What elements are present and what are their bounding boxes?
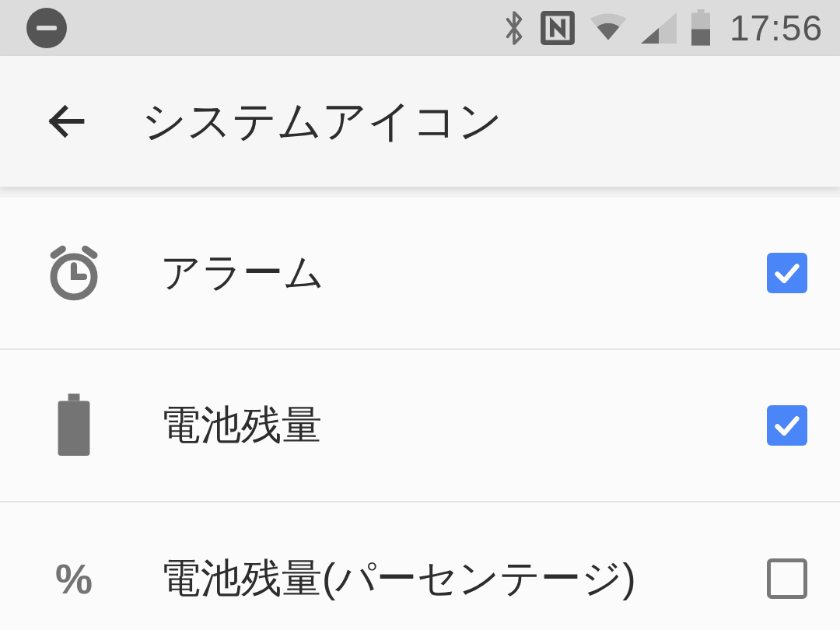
cellular-signal-icon xyxy=(641,12,677,44)
row-battery[interactable]: 電池残量 xyxy=(0,350,840,502)
svg-rect-5 xyxy=(68,394,80,401)
settings-list: アラーム 電池残量 % 電池残量(パーセンテージ) xyxy=(0,198,840,630)
status-bar: 17:56 xyxy=(0,0,840,56)
back-button[interactable] xyxy=(44,98,90,145)
nfc-icon xyxy=(540,10,576,46)
status-clock: 17:56 xyxy=(730,7,823,49)
arrow-back-icon xyxy=(44,99,89,144)
bluetooth-icon xyxy=(501,9,527,47)
row-battery-percent[interactable]: % 電池残量(パーセンテージ) xyxy=(0,502,840,630)
svg-rect-3 xyxy=(691,30,710,46)
do-not-disturb-icon xyxy=(26,8,67,48)
checkbox-alarm[interactable] xyxy=(767,253,807,293)
page-title: システムアイコン xyxy=(142,92,502,152)
svg-rect-1 xyxy=(697,9,704,13)
wifi-icon xyxy=(588,12,628,44)
checkbox-battery-percent[interactable] xyxy=(767,558,807,599)
svg-rect-6 xyxy=(58,401,90,456)
checkmark-icon xyxy=(772,410,803,441)
row-alarm[interactable]: アラーム xyxy=(0,198,840,350)
row-battery-label: 電池残量 xyxy=(160,398,767,453)
app-bar: システムアイコン xyxy=(0,56,840,187)
row-alarm-label: アラーム xyxy=(160,246,767,300)
checkbox-battery[interactable] xyxy=(767,405,807,446)
alarm-icon xyxy=(40,243,107,303)
checkmark-icon xyxy=(772,257,803,289)
percent-icon: % xyxy=(40,555,107,603)
row-battery-percent-label: 電池残量(パーセンテージ) xyxy=(160,551,767,606)
battery-full-icon xyxy=(40,394,107,457)
battery-icon xyxy=(689,9,712,47)
